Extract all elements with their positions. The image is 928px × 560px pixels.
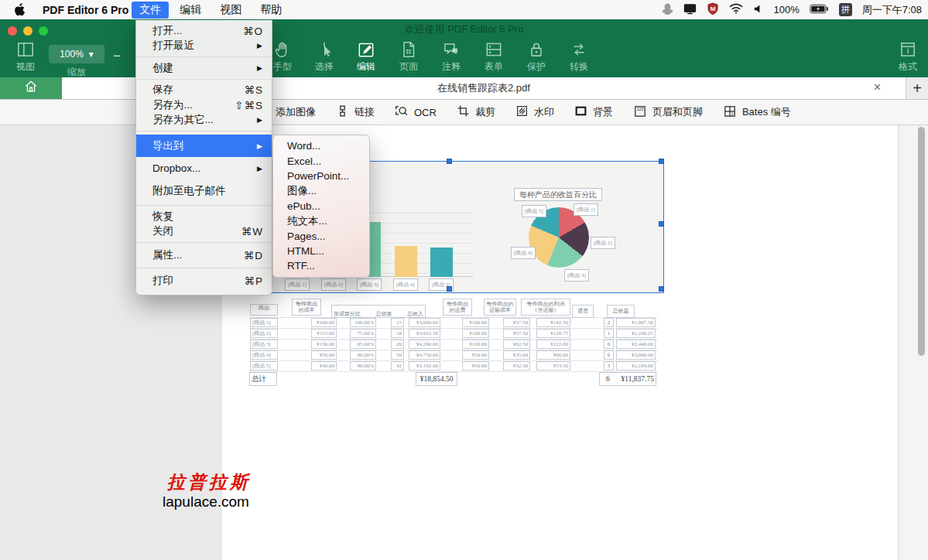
file-menu-item[interactable]: 导出到▶ <box>136 135 272 157</box>
export-submenu-item[interactable]: HTML... <box>273 244 369 258</box>
table-cell[interactable]: ¥100.00 <box>311 318 337 327</box>
wifi-icon[interactable] <box>729 3 743 16</box>
zoom-out-button[interactable]: − <box>113 49 121 64</box>
toolbar-页面-button[interactable]: 页面 <box>388 39 430 73</box>
table-cell[interactable]: ¥142.50 <box>536 318 570 327</box>
table-cell[interactable]: ¥2,246.25 <box>616 329 656 338</box>
edit-toolbar-item[interactable]: 添加图像 <box>276 105 316 119</box>
table-row-label[interactable]: [商品 5] <box>250 361 278 370</box>
table-cell[interactable]: ¥3,000.00 <box>616 350 656 360</box>
table-cell[interactable]: 90.00% <box>350 350 376 360</box>
table-cell[interactable]: 0 <box>604 340 614 349</box>
file-menu-item[interactable]: 属性...⌘D <box>136 246 272 265</box>
input-method-icon[interactable]: 拼 <box>839 3 852 16</box>
selection-handle[interactable] <box>447 286 452 292</box>
export-submenu-item[interactable]: ePub... <box>273 199 369 213</box>
file-menu-item[interactable]: 恢复 <box>136 209 272 224</box>
table-cell[interactable]: 20 <box>391 340 404 349</box>
toolbar-保护-button[interactable]: 保护 <box>515 39 557 73</box>
table-row-label[interactable]: [商品 4] <box>250 350 278 360</box>
table-cell[interactable]: ¥2,184.00 <box>616 361 656 370</box>
menubar-item-help[interactable]: 帮助 <box>252 2 289 19</box>
table-cell[interactable]: ¥35.00 <box>503 350 530 360</box>
selection-handle[interactable] <box>659 286 664 292</box>
edit-toolbar-item[interactable]: OCR <box>395 104 437 121</box>
table-cell[interactable]: ¥122.00 <box>536 340 570 349</box>
close-tab-icon[interactable]: × <box>874 81 881 94</box>
file-menu-item[interactable]: 保存⌘S <box>136 83 272 98</box>
table-cell[interactable]: ¥130.00 <box>311 340 337 349</box>
selection-handle[interactable] <box>659 221 664 227</box>
file-menu-item[interactable]: 另存为其它...▶ <box>136 113 272 128</box>
apple-icon[interactable] <box>14 3 26 16</box>
export-submenu-item[interactable]: Word... <box>273 138 369 153</box>
menubar-item-view[interactable]: 视图 <box>212 2 249 19</box>
table-cell[interactable]: ¥100.00 <box>462 340 489 349</box>
toolbar-注释-button[interactable]: 注释 <box>430 39 472 73</box>
export-submenu-item[interactable]: Excel... <box>273 153 369 168</box>
table-cell[interactable]: 0 <box>604 350 614 360</box>
table-cell[interactable]: ¥50.00 <box>311 350 337 360</box>
table-cell[interactable]: 90.00% <box>350 361 376 370</box>
antivirus-shield-icon[interactable]: M <box>707 2 719 17</box>
file-menu-item[interactable]: 打开最近▶ <box>136 39 272 54</box>
table-row-label[interactable]: [商品 1] <box>250 318 278 327</box>
edit-toolbar-item[interactable]: 背景 <box>574 104 613 120</box>
toolbar-选择-button[interactable]: 选择 <box>303 39 345 73</box>
table-cell[interactable]: 18 <box>391 329 404 338</box>
table-cell[interactable]: 100.00% <box>350 318 376 327</box>
export-submenu-item[interactable]: RTF... <box>273 258 369 273</box>
display-icon[interactable] <box>683 3 697 17</box>
file-menu-item[interactable]: 关闭⌘W <box>136 224 272 240</box>
file-menu-item[interactable]: 另存为...⇧⌘S <box>136 97 272 113</box>
zoom-level-dropdown[interactable]: 100% ▾ <box>49 45 104 63</box>
export-submenu-item[interactable]: 图像... <box>273 183 369 198</box>
table-cell[interactable]: ¥1,967.50 <box>616 318 656 327</box>
table-cell[interactable]: ¥32.50 <box>503 361 530 370</box>
edit-toolbar-item[interactable]: 裁剪 <box>457 104 495 120</box>
volume-icon[interactable] <box>753 4 763 16</box>
edit-toolbar-item[interactable]: 链接 <box>336 104 375 120</box>
toolbar-转换-button[interactable]: 转换 <box>558 39 600 73</box>
home-tab[interactable] <box>0 77 62 99</box>
menubar-clock[interactable]: 周一下午7:08 <box>862 3 922 17</box>
table-cell[interactable]: 42 <box>391 361 404 370</box>
table-cell[interactable]: ¥115.00 <box>311 329 337 338</box>
table-cell[interactable]: ¥3,622.50 <box>409 329 440 338</box>
selection-handle[interactable] <box>447 159 452 164</box>
table-cell[interactable]: ¥3,192.00 <box>409 361 440 370</box>
selection-handle[interactable] <box>659 159 664 164</box>
table-cell[interactable]: ¥50.00 <box>462 361 489 370</box>
new-tab-button[interactable]: + <box>906 77 928 99</box>
table-cell[interactable]: 65.00% <box>350 340 376 349</box>
table-cell[interactable]: ¥2,440.00 <box>616 340 656 349</box>
table-cell[interactable]: ¥4,750.00 <box>409 350 440 360</box>
toolbar-表单-button[interactable]: 表单 <box>473 39 515 73</box>
table-cell[interactable]: ¥40.00 <box>311 361 337 370</box>
toolbar-format-button[interactable]: i 格式 <box>887 39 928 73</box>
table-cell[interactable]: ¥57.50 <box>503 318 530 327</box>
table-cell[interactable]: 2 <box>604 318 614 327</box>
file-menu-item[interactable]: Dropbox...▶ <box>136 157 272 179</box>
export-submenu-item[interactable]: Pages... <box>273 228 369 243</box>
table-cell[interactable]: 50 <box>391 350 404 360</box>
edit-toolbar-item[interactable]: 水印 <box>515 104 554 120</box>
export-submenu-item[interactable]: 纯文本... <box>273 213 369 228</box>
table-cell[interactable]: ¥50.00 <box>462 350 489 360</box>
file-menu-item[interactable]: 打印⌘P <box>136 271 272 290</box>
edit-toolbar-item[interactable]: 1Bates 编号 <box>723 104 791 121</box>
edit-toolbar-item[interactable]: 123页眉和页脚 <box>633 104 703 121</box>
file-menu-item[interactable]: 创建▶ <box>136 60 272 76</box>
table-cell[interactable]: ¥128.75 <box>536 329 570 338</box>
toolbar-编辑-button[interactable]: 编辑 <box>345 39 387 73</box>
scrollbar-thumb[interactable] <box>918 127 925 356</box>
table-cell[interactable]: ¥53.50 <box>536 361 570 370</box>
export-submenu-item[interactable]: PowerPoint... <box>273 169 369 183</box>
battery-icon[interactable] <box>810 4 829 16</box>
table-cell[interactable]: 3 <box>604 361 614 370</box>
file-menu-item[interactable]: 附加至电子邮件 <box>136 179 272 202</box>
table-cell[interactable]: ¥3,000.00 <box>409 318 440 327</box>
table-cell[interactable]: ¥57.50 <box>503 329 530 338</box>
table-cell[interactable]: 15 <box>391 318 404 327</box>
table-cell[interactable]: ¥4,290.00 <box>409 340 440 349</box>
